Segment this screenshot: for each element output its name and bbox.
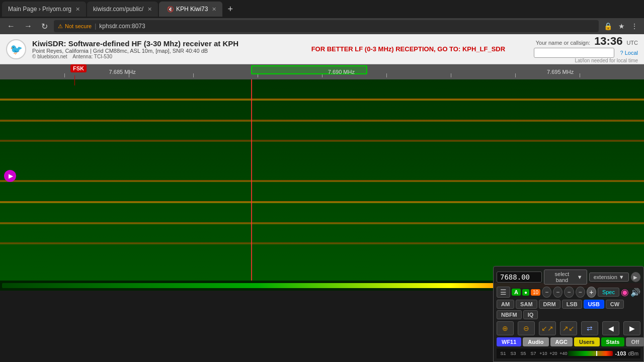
tab-2-label: kiwisdr.com/public/: [93, 6, 143, 13]
tab-1-label: Main Page › Priyom.org: [8, 6, 71, 13]
bookmark-button[interactable]: ★: [616, 21, 627, 31]
new-tab-button[interactable]: +: [223, 4, 237, 15]
mode-sam[interactable]: SAM: [516, 300, 537, 309]
security-icon: ⚠: [58, 23, 63, 30]
fsk-label[interactable]: FSK: [70, 64, 87, 72]
address-bar[interactable]: ⚠ Not secure | kphsdr.com:8073: [54, 20, 599, 32]
callsign-row: ? Local: [534, 48, 638, 58]
stats-button[interactable]: Stats: [601, 337, 625, 346]
mode-drm[interactable]: DRM: [539, 300, 560, 309]
minus-btn-2[interactable]: −: [553, 287, 562, 298]
header-center-message: FOR BETTER LF (0-3 MHz) RECEPTION, GO TO…: [283, 45, 533, 53]
mode-row: AM SAM DRM LSB USB CW NBFM IQ: [497, 300, 640, 319]
audio-indicator[interactable]: ◉: [621, 287, 629, 298]
swap-btn[interactable]: ⇄: [581, 321, 598, 335]
waterfall-display[interactable]: ▶: [0, 79, 644, 281]
nav-bar: ← → ↻ ⚠ Not secure | kphsdr.com:8073 🔒 ★…: [0, 18, 644, 34]
subtitle-text: Point Reyes, California | Grid CM88mc, A…: [32, 48, 208, 54]
play-icon: ▶: [9, 172, 13, 179]
audio-button[interactable]: Audio: [523, 337, 548, 346]
utc-label: UTC: [626, 40, 638, 46]
refresh-button[interactable]: ↻: [38, 21, 51, 32]
freq-ruler[interactable]: 7.685 MHz 7.690 MHz 7.695 MHz: [0, 64, 644, 79]
users-button[interactable]: Users: [574, 337, 600, 346]
sdr-play-button[interactable]: ▶: [631, 272, 640, 282]
forward-button[interactable]: →: [21, 21, 35, 32]
signal-s3: S3: [509, 351, 518, 356]
callsign-input[interactable]: [534, 48, 614, 58]
badge-10: 10: [531, 289, 540, 296]
signal-s7: S7: [529, 351, 538, 356]
back-button[interactable]: ←: [4, 21, 18, 32]
tab-2[interactable]: kiwisdr.com/public/ ✕: [87, 2, 158, 17]
next-btn[interactable]: ▶: [623, 321, 640, 335]
app-header: 🐦 KiwiSDR: Software-defined HF (3-30 Mhz…: [0, 34, 644, 64]
clock-display: 13:36: [594, 35, 622, 48]
badge-green: ●: [522, 289, 529, 296]
compress-btn[interactable]: ↙↗: [539, 321, 556, 335]
mode-cw[interactable]: CW: [606, 300, 624, 309]
header-info: KiwiSDR: Software-defined HF (3-30 Mhz) …: [32, 39, 283, 59]
mode-iq[interactable]: IQ: [523, 310, 538, 319]
tab-3-media[interactable]: 🔇: [167, 6, 174, 13]
signal-bar: S1 S3 S5 S7 +10 +20 +40 -103 dBm: [497, 348, 640, 358]
zoom-out-btn[interactable]: ⊖: [518, 321, 535, 335]
tab-3-close[interactable]: ✕: [212, 6, 216, 13]
header-source: © bluebison.net Antenna: TCI-530: [32, 54, 283, 59]
signal-labels: S1 S3 S5 S7 +10 +20 +40: [499, 351, 568, 356]
kiwi-logo: 🐦: [6, 39, 26, 59]
nav-right-icons: 🔒 ★ ⋮: [602, 21, 640, 31]
agc-button[interactable]: AGC: [550, 337, 573, 346]
off-button[interactable]: Off: [626, 337, 644, 346]
plus-btn[interactable]: +: [587, 287, 596, 298]
tab-3[interactable]: 🔇 KPH Kiwi73 ✕: [159, 2, 222, 17]
url-separator: |: [95, 23, 96, 30]
action-row: ⊕ ⊖ ↙↗ ↗↙ ⇄ ◀ ▶: [497, 321, 640, 335]
expand-btn[interactable]: ↗↙: [560, 321, 577, 335]
func-row: WF11 Audio AGC Users Stats Off: [497, 337, 640, 346]
browser-chrome: Main Page › Priyom.org ✕ kiwisdr.com/pub…: [0, 0, 644, 34]
extensions-button[interactable]: 🔒: [602, 21, 614, 31]
mode-usb[interactable]: USB: [584, 300, 604, 309]
dbm-value: -103: [615, 350, 626, 356]
tab-3-label: KPH Kiwi73: [176, 6, 208, 13]
volume-icon[interactable]: 🔊: [630, 288, 640, 297]
freq-label-left: 7.685 MHz: [109, 69, 136, 75]
frequency-input[interactable]: [497, 272, 542, 283]
kiwi-logo-icon: 🐦: [10, 43, 23, 55]
sdr-panel: select band ▼ extension ▼ ▶ ☰ A ● 10 − −…: [493, 266, 644, 362]
mode-am[interactable]: AM: [497, 300, 514, 309]
menu-button[interactable]: ☰: [497, 287, 510, 298]
extension-button[interactable]: extension ▼: [589, 273, 629, 282]
tab-1[interactable]: Main Page › Priyom.org ✕: [2, 2, 86, 17]
settings-button[interactable]: ⋮: [629, 21, 640, 31]
lf-message: FOR BETTER LF (0-3 MHz) RECEPTION, GO TO…: [311, 45, 505, 53]
signal-p40: +40: [559, 351, 568, 356]
tab-1-close[interactable]: ✕: [75, 6, 80, 13]
prev-btn[interactable]: ◀: [602, 321, 619, 335]
local-label[interactable]: ? Local: [620, 50, 638, 56]
url-text: kphsdr.com:8073: [99, 23, 145, 30]
mode-nbfm[interactable]: NBFM: [497, 310, 522, 319]
tab-bar: Main Page › Priyom.org ✕ kiwisdr.com/pub…: [0, 0, 644, 18]
signal-p20: +20: [549, 351, 558, 356]
extension-label: extension: [594, 274, 617, 280]
minus-btn-1[interactable]: −: [542, 287, 551, 298]
minus-btn-4[interactable]: −: [576, 287, 585, 298]
minus-btn-3[interactable]: −: [564, 287, 574, 298]
badge-a[interactable]: A: [512, 289, 521, 296]
sdr-top-row: select band ▼ extension ▼ ▶: [497, 269, 640, 285]
spec-button[interactable]: Spec: [598, 288, 619, 297]
header-right: Your name or callsign: 13:36 UTC ? Local…: [534, 35, 638, 63]
waterfall-area[interactable]: FSK 7.685 MHz 7.690 MHz 7.695 MHz ▶: [0, 64, 644, 281]
select-band-button[interactable]: select band ▼: [544, 269, 587, 285]
signal-s5: S5: [519, 351, 528, 356]
wf-button[interactable]: WF11: [497, 337, 521, 346]
tab-2-close[interactable]: ✕: [147, 6, 152, 13]
mode-lsb[interactable]: LSB: [562, 300, 582, 309]
play-button[interactable]: ▶: [4, 170, 16, 182]
signal-gradient-bar: [568, 351, 613, 356]
zoom-in-btn[interactable]: ⊕: [497, 321, 514, 335]
freq-label-center: 7.690 MHz: [328, 69, 355, 75]
signal-level-indicator: [568, 351, 597, 356]
